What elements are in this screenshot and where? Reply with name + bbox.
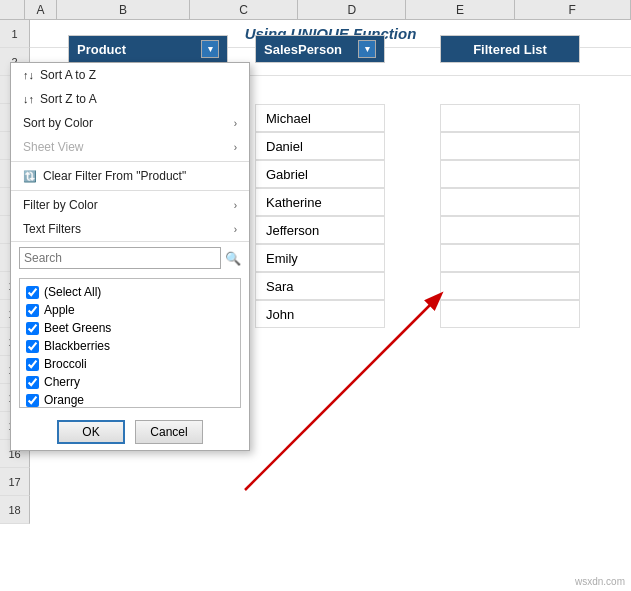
col-header-e: E [406,0,514,19]
spreadsheet: A B C D E F 1 2 3 4 5 6 7 8 9 10 11 12 1… [0,0,631,591]
cb-orange[interactable]: Orange [24,391,236,408]
sp-row-7: Katherine [255,188,385,216]
sp-row-9: Emily [255,244,385,272]
cb-apple-input[interactable] [26,304,39,317]
cb-orange-input[interactable] [26,394,39,407]
product-header: Product ▾ [68,35,228,63]
cb-select-all-input[interactable] [26,286,39,299]
cb-select-all-label: (Select All) [44,285,101,299]
product-label: Product [77,42,126,57]
cb-cherry-label: Cherry [44,375,80,389]
cb-beet-greens[interactable]: Beet Greens [24,319,236,337]
separator-2 [11,190,249,191]
checkbox-list: (Select All) Apple Beet Greens Blackberr… [19,278,241,408]
sort-color-sub-arrow: › [234,118,237,129]
fl-row-10 [440,272,580,300]
sp-row-5: Daniel [255,132,385,160]
row-num-18: 18 [0,496,30,524]
search-input[interactable] [19,247,221,269]
cb-cherry[interactable]: Cherry [24,373,236,391]
sp-row-10: Sara [255,272,385,300]
menu-sheet-view[interactable]: Sheet View › [11,135,249,159]
col-header-f: F [515,0,631,19]
menu-text-filters-label: Text Filters [23,222,81,236]
menu-sort-za[interactable]: ↓↑ Sort Z to A [11,87,249,111]
fl-row-6 [440,160,580,188]
sort-za-icon: ↓↑ [23,93,34,105]
cb-blackberries-label: Blackberries [44,339,110,353]
search-box-wrap: 🔍 [11,241,249,274]
search-icon: 🔍 [225,251,241,266]
menu-sort-az[interactable]: ↑↓ Sort A to Z [11,63,249,87]
menu-sort-az-label: Sort A to Z [40,68,96,82]
cb-broccoli-label: Broccoli [44,357,87,371]
row-col-corner [0,0,25,19]
menu-sheet-view-label: Sheet View [23,140,84,154]
row-num-17: 17 [0,468,30,496]
sort-az-icon: ↑↓ [23,69,34,81]
cb-beet-greens-input[interactable] [26,322,39,335]
cancel-button[interactable]: Cancel [135,420,203,444]
menu-text-filters[interactable]: Text Filters › [11,217,249,241]
dropdown-menu: ↑↓ Sort A to Z ↓↑ Sort Z to A Sort by Co… [10,62,250,451]
menu-clear-filter-label: Clear Filter From "Product" [43,169,186,183]
fl-row-7 [440,188,580,216]
fl-row-9 [440,244,580,272]
filtered-label: Filtered List [473,42,547,57]
menu-filter-color-label: Filter by Color [23,198,98,212]
cb-beet-greens-label: Beet Greens [44,321,111,335]
separator-1 [11,161,249,162]
cb-blackberries[interactable]: Blackberries [24,337,236,355]
col-header-c: C [190,0,298,19]
fl-row-4 [440,104,580,132]
product-dropdown-arrow[interactable]: ▾ [201,40,219,58]
menu-sort-color[interactable]: Sort by Color › [11,111,249,135]
filter-color-sub-arrow: › [234,200,237,211]
text-filters-sub-arrow: › [234,224,237,235]
sp-row-4: Michael [255,104,385,132]
sp-row-6: Gabriel [255,160,385,188]
fl-row-5 [440,132,580,160]
fl-row-8 [440,216,580,244]
menu-filter-color[interactable]: Filter by Color › [11,193,249,217]
menu-clear-filter[interactable]: 🔃 Clear Filter From "Product" [11,164,249,188]
cb-orange-label: Orange [44,393,84,407]
menu-sort-color-label: Sort by Color [23,116,93,130]
sp-row-11: John [255,300,385,328]
row-num-1: 1 [0,20,30,48]
clear-filter-icon: 🔃 [23,170,37,183]
col-header-a: A [25,0,57,19]
col-header-row: A B C D E F [0,0,631,20]
cb-apple[interactable]: Apple [24,301,236,319]
col-header-d: D [298,0,406,19]
cb-broccoli[interactable]: Broccoli [24,355,236,373]
sp-row-8: Jefferson [255,216,385,244]
col-header-b: B [57,0,190,19]
salesperson-label: SalesPerson [264,42,342,57]
cb-apple-label: Apple [44,303,75,317]
cb-select-all[interactable]: (Select All) [24,283,236,301]
sheet-view-sub-arrow: › [234,142,237,153]
filtered-list-header: Filtered List [440,35,580,63]
fl-row-11 [440,300,580,328]
btn-row: OK Cancel [11,412,249,450]
cb-broccoli-input[interactable] [26,358,39,371]
watermark: wsxdn.com [575,576,625,587]
cb-blackberries-input[interactable] [26,340,39,353]
cb-cherry-input[interactable] [26,376,39,389]
salesperson-dropdown-arrow[interactable]: ▾ [358,40,376,58]
salesperson-header: SalesPerson ▾ [255,35,385,63]
menu-sort-za-label: Sort Z to A [40,92,97,106]
ok-button[interactable]: OK [57,420,125,444]
